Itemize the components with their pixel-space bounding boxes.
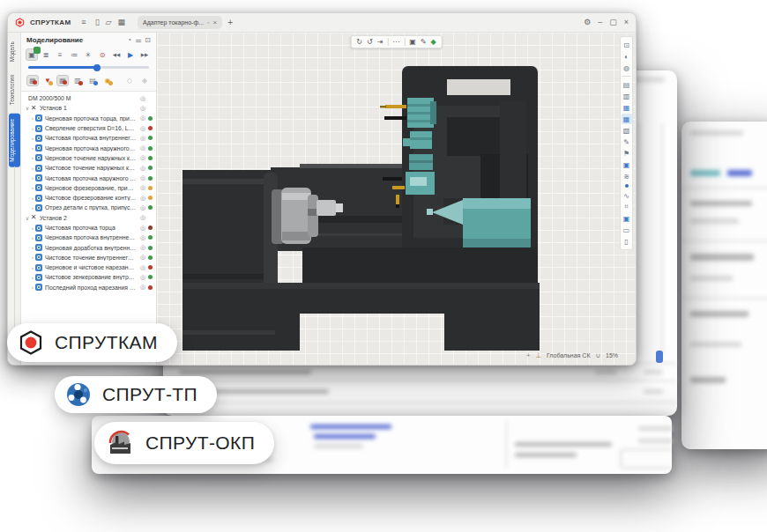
show-fixtures-icon[interactable]: ▥ — [622, 91, 632, 101]
visibility-icon[interactable]: ◎ — [140, 264, 145, 271]
sim-settings-icon[interactable]: ✳ — [82, 48, 94, 61]
show-part-icon[interactable]: ▦ — [622, 114, 632, 124]
info-icon[interactable]: ◔ — [127, 36, 131, 44]
document-tab[interactable]: Адаптер токарно-ф... ◦ × — [138, 16, 222, 29]
visibility-icon[interactable]: ◎ — [140, 225, 145, 232]
step-forward-icon[interactable]: ▶▶ — [138, 48, 151, 61]
wireframe-globe-icon[interactable]: ◍ — [622, 63, 632, 73]
passes-list-icon[interactable]: ≔ — [68, 48, 80, 61]
collision-machine-check-icon[interactable]: ▦ — [26, 75, 39, 86]
recent-projects-icon[interactable]: ▦ — [118, 18, 126, 26]
visibility-icon[interactable]: ◎ — [140, 144, 145, 151]
visibility-icon[interactable]: ◎ — [140, 184, 145, 191]
record-icon[interactable]: ⊙ — [96, 48, 108, 61]
warnings-icon[interactable]: ◉ — [101, 75, 114, 86]
visibility-icon[interactable]: ◎ — [140, 234, 145, 241]
new-tab-button[interactable]: + — [227, 18, 233, 27]
tree-operation-row[interactable]: ›Отрез детали с прутка, припуск на ...◎ — [21, 203, 156, 212]
tree-operation-row[interactable]: ›Черновая проточка торца, припуск ...◎ — [21, 114, 156, 123]
compare-model-icon[interactable]: ◇ — [123, 75, 136, 86]
visibility-icon[interactable]: ◎ — [140, 154, 145, 161]
pan-view-icon[interactable]: ⇥ — [377, 38, 384, 46]
tree-operation-row[interactable]: ›Черновая доработка внутреннего к...◎ — [21, 242, 156, 252]
play-icon[interactable]: ▶ — [124, 48, 137, 61]
side-tab-модель[interactable]: Модель — [9, 36, 20, 67]
material-icon[interactable]: ▣ — [622, 159, 632, 170]
globe-view-icon[interactable]: ◐ — [622, 51, 632, 62]
visibility-icon[interactable]: ◎ — [140, 125, 145, 132]
collision-tool-check-icon[interactable]: ▥ — [71, 75, 84, 86]
tree-machine-row[interactable]: DM 2000/500 M◎ — [21, 93, 156, 103]
tree-operation-row[interactable]: ›Черновое точение наружных канав...◎ — [21, 153, 156, 163]
slider-knob[interactable] — [93, 64, 101, 71]
tree-setup-row[interactable]: ∨✕Установ 2◎ — [21, 213, 156, 223]
report-icon[interactable]: ▯ — [622, 236, 632, 247]
tab-close-icon[interactable]: × — [213, 18, 218, 26]
edit-scene-icon[interactable]: ✎ — [622, 137, 632, 147]
tree-operation-row[interactable]: ›Черновое и чистовое нарезание р...◎ — [21, 262, 156, 272]
fit-view-icon[interactable]: ⊡ — [622, 40, 632, 50]
tree-operation-row[interactable]: ›Чистовое точение внутреннего кон...◎ — [21, 253, 156, 262]
show-tool-icon[interactable]: ▧ — [622, 125, 632, 136]
tree-operation-row[interactable]: ›Черновое фрезерование, припуск ...◎ — [21, 183, 156, 193]
snapshot-icon[interactable]: ▣ — [409, 38, 416, 46]
tree-operation-row[interactable]: ›Чистовое фрезерование контура◎ — [21, 193, 156, 203]
minimize-icon[interactable]: – — [598, 18, 602, 26]
visibility-icon[interactable]: ◎ — [140, 214, 145, 221]
snap-icon[interactable]: ∪ — [595, 351, 600, 359]
moves-list-icon[interactable]: ≣ — [40, 48, 52, 61]
tree-setup-row[interactable]: ∨✕Установ 1◎ — [21, 103, 156, 113]
settings-gear-icon[interactable]: ⚙ — [584, 18, 591, 26]
side-tab-технология[interactable]: Технология — [9, 70, 20, 110]
show-workpiece-icon[interactable]: ▦ — [622, 102, 632, 113]
tree-operation-row[interactable]: ›Чистовая проточка внутреннего ди...◎ — [21, 133, 156, 143]
side-tab-моделирование[interactable]: Моделирование — [9, 114, 20, 167]
main-menu-icon[interactable]: ≡ — [81, 18, 86, 26]
tree-operation-row[interactable]: ›Последний проход нарезания резь...◎ — [21, 283, 156, 292]
tree-operation-row[interactable]: ›Чистовое точение наружных канавок◎ — [21, 163, 156, 173]
toolpath-icon[interactable]: ∿ — [622, 190, 632, 201]
export-result-icon[interactable]: ◈ — [138, 75, 151, 86]
visibility-icon[interactable]: ◎ — [140, 95, 145, 102]
simulation-progress-slider[interactable] — [28, 66, 149, 69]
visibility-icon[interactable]: ◎ — [140, 244, 145, 251]
step-back-icon[interactable]: ◀◀ — [110, 48, 123, 61]
visibility-icon[interactable]: ◎ — [140, 254, 145, 261]
trace-points-icon[interactable]: ⋯ — [392, 38, 399, 46]
visibility-icon[interactable]: ◎ — [140, 195, 145, 202]
visibility-icon[interactable]: ◎ — [140, 174, 145, 181]
collision-filter-icon[interactable]: ▼ — [41, 75, 54, 86]
solid-mode-icon[interactable]: ▣ — [622, 213, 632, 224]
ops-list-icon[interactable]: ≡ — [54, 48, 66, 61]
expand-panel-icon[interactable]: ⊡ — [145, 36, 151, 44]
rotate-view-icon[interactable]: ↺ — [367, 38, 373, 46]
add-csys-icon[interactable]: + — [526, 351, 530, 359]
tree-operation-row[interactable]: ›Сверление отверстия D=16, L=50◎ — [21, 123, 156, 133]
csys-selector[interactable]: Глобальная СК — [547, 352, 591, 358]
tree-operation-row[interactable]: ›Чистовая проточка наружного конт...◎ — [21, 173, 156, 182]
collision-part-check-icon[interactable]: ▦ — [56, 75, 69, 86]
splitter-handle-icon[interactable] — [12, 161, 18, 166]
gouge-check-icon[interactable]: ▤ — [86, 75, 99, 86]
sim-options-icon[interactable]: ⚌ — [135, 36, 141, 44]
tree-operation-row[interactable]: ›Чистовая проточка торца◎ — [21, 223, 156, 233]
shading-icon[interactable]: ≋ — [622, 171, 632, 181]
new-document-icon[interactable]: ▯ — [95, 18, 100, 26]
tree-operation-row[interactable]: ›Чистовое зенкерование внутренн...◎ — [21, 272, 156, 282]
show-machine-icon[interactable]: ▤ — [622, 79, 632, 90]
visibility-icon[interactable]: ◎ — [140, 115, 145, 122]
visibility-icon[interactable]: ◎ — [140, 165, 145, 172]
sketch-icon[interactable]: ✎ — [421, 38, 427, 46]
viewport-3d[interactable]: ↻↺⇥⋯▣✎◆ ⊡◐◍▤▥▦▦▧✎⚑▣≋∿⌗▣▭▯ + ⊥ Глобальная… — [157, 33, 636, 365]
tree-operation-row[interactable]: ›Черновая проточка наружного кон...◎ — [21, 143, 156, 152]
close-icon[interactable]: × — [624, 18, 629, 26]
visibility-icon[interactable]: ◎ — [140, 274, 145, 281]
flag-icon[interactable]: ⚑ — [622, 148, 632, 159]
visibility-icon[interactable]: ◎ — [140, 135, 145, 142]
quality-icon[interactable]: ◆ — [431, 38, 436, 46]
zoom-level[interactable]: 15% — [606, 352, 618, 358]
docs-icon[interactable]: ▭ — [622, 225, 632, 235]
visibility-icon[interactable]: ◎ — [140, 105, 145, 112]
maximize-icon[interactable]: ▢ — [609, 18, 617, 26]
visibility-icon[interactable]: ◎ — [140, 204, 145, 211]
